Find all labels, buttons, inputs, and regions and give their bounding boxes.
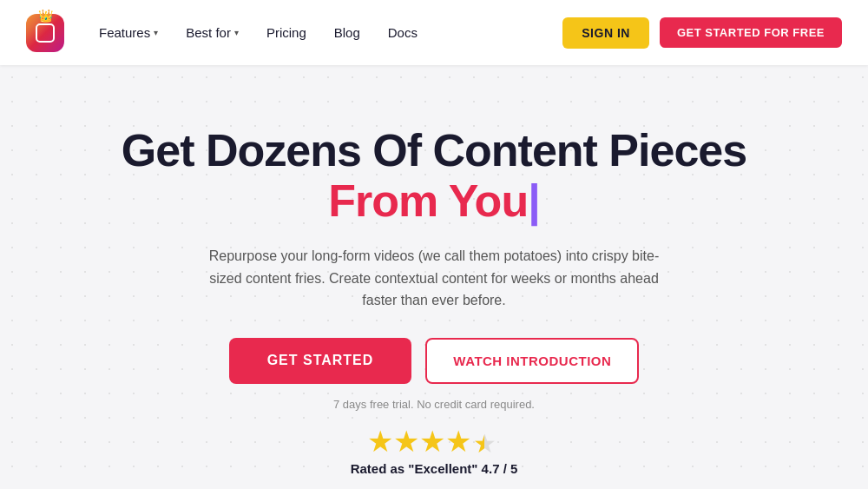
hero-subtitle: Repurpose your long-form videos (we call… [208,245,660,312]
nav-features[interactable]: Features ▾ [99,25,158,40]
hero-section: Get Dozens Of Content Pieces From You| R… [0,65,868,476]
stars: ★ ★ ★ ★ ★ [367,426,501,456]
nav-links: Features ▾ Best for ▾ Pricing Blog Docs [99,25,562,40]
logo[interactable]: 👑 [26,14,64,52]
navbar: 👑 Features ▾ Best for ▾ Pricing Blog Doc… [0,0,868,65]
hero-title-line1: Get Dozens Of Content Pieces [122,126,746,175]
hero-buttons: GET STARTED WATCH INTRODUCTION [229,338,640,384]
trial-text: 7 days free trial. No credit card requir… [333,398,535,411]
nav-docs[interactable]: Docs [388,25,418,40]
logo-crown-icon: 👑 [38,9,53,23]
star-1: ★ [367,426,393,456]
nav-best-for[interactable]: Best for ▾ [186,25,239,40]
get-started-nav-button[interactable]: GET STARTED FOR FREE [660,17,842,48]
svg-text:★: ★ [473,429,496,456]
chevron-down-icon: ▾ [154,28,158,37]
nav-blog[interactable]: Blog [334,25,360,40]
hero-title-line2: From You| [328,175,539,228]
nav-pricing[interactable]: Pricing [266,25,306,40]
hero-cursor: | [528,175,540,226]
signin-button[interactable]: SIGN IN [562,17,649,49]
star-3: ★ [419,426,445,456]
rating-container: ★ ★ ★ ★ ★ Rated as "Excellent" 4.7 / 5 [351,426,518,476]
nav-actions: SIGN IN GET STARTED FOR FREE [562,17,842,49]
get-started-button[interactable]: GET STARTED [229,338,412,384]
watch-introduction-button[interactable]: WATCH INTRODUCTION [425,338,639,384]
rating-text: Rated as "Excellent" 4.7 / 5 [351,461,518,476]
star-half-icon: ★ [471,426,501,456]
star-4: ★ [445,426,471,456]
star-2: ★ [393,426,419,456]
hero-title-from: From You [328,175,528,226]
chevron-down-icon: ▾ [234,28,239,37]
